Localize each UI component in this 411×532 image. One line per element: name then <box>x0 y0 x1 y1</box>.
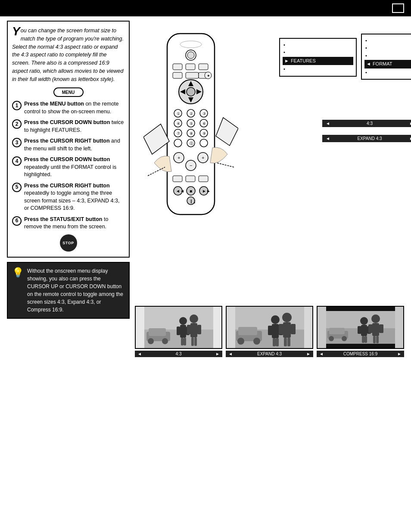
top-bar <box>0 0 411 16</box>
svg-point-106 <box>342 336 347 341</box>
caption-left-arrow-3: ◄ <box>319 352 324 356</box>
left-arrow-icon: ◄ <box>366 61 371 67</box>
menu-button-illustration: MENU <box>12 87 125 97</box>
bullet-icon: • <box>365 53 367 59</box>
svg-text:⓪: ⓪ <box>190 141 193 146</box>
menu-row-1: • <box>283 41 352 49</box>
svg-rect-108 <box>361 325 367 336</box>
svg-text:④: ④ <box>177 121 180 126</box>
step-4-number: 4 <box>12 156 22 166</box>
svg-rect-77 <box>194 337 197 346</box>
bullet-icon: • <box>365 69 367 76</box>
svg-point-105 <box>329 336 334 341</box>
svg-rect-93 <box>279 324 283 334</box>
svg-rect-73 <box>190 323 197 337</box>
svg-rect-99 <box>326 344 395 349</box>
svg-rect-76 <box>191 337 194 346</box>
svg-rect-47 <box>186 176 195 182</box>
menu-row-2: • <box>283 49 352 56</box>
svg-rect-63 <box>149 328 166 336</box>
svg-rect-5 <box>186 64 195 70</box>
svg-rect-68 <box>177 327 180 335</box>
tip-box-inner: 💡 Without the onscreen menu display show… <box>12 267 125 314</box>
intro-paragraph: You can change the screen format size to… <box>12 27 125 83</box>
svg-rect-48 <box>199 176 208 182</box>
svg-text:✦: ✦ <box>207 74 210 78</box>
bottom-images: ◄ 4:3 ► <box>135 306 404 357</box>
right-column: ✦ ① ② ③ ④ <box>135 21 404 528</box>
lightbulb-icon: 💡 <box>12 265 24 280</box>
svg-rect-115 <box>368 324 373 333</box>
tip-text: Without the onscreen menu display showin… <box>27 267 125 314</box>
step-2: 2 Press the CURSOR DOWN button twice to … <box>12 119 125 134</box>
step-1-number: 1 <box>12 101 22 110</box>
caption-right-arrow-3: ► <box>397 352 402 356</box>
image-compress-caption: ◄ COMPRESS 16:9 ► <box>317 351 404 357</box>
svg-text:⑤: ⑤ <box>190 121 193 126</box>
tip-box: 💡 Without the onscreen menu display show… <box>7 262 130 319</box>
svg-text:■: ■ <box>190 189 192 193</box>
format-row-highlighted: ◄ FORMAT ► <box>364 60 411 68</box>
caption-label-3: COMPRESS 16:9 <box>343 352 377 356</box>
caption-right-arrow-1: ► <box>215 352 220 356</box>
right-arrow-43: ► <box>409 121 411 126</box>
step-4-text: Press the CURSOR DOWN button repeatedly … <box>24 156 125 179</box>
caption-left-arrow-2: ◄ <box>228 352 233 356</box>
format-43-label: 4:3 <box>367 121 373 126</box>
svg-rect-92 <box>283 322 291 338</box>
step-4: 4 Press the CURSOR DOWN button repeatedl… <box>12 156 125 179</box>
svg-text:❙❙: ❙❙ <box>190 199 196 204</box>
svg-text:⑥: ⑥ <box>202 121 206 126</box>
svg-rect-90 <box>276 338 279 346</box>
features-row-1: • <box>365 37 411 44</box>
step-6-number: 6 <box>12 216 22 226</box>
svg-rect-95 <box>284 338 287 346</box>
svg-rect-6 <box>199 64 208 70</box>
svg-point-85 <box>271 315 280 324</box>
svg-point-64 <box>148 338 154 344</box>
main-menu-panel: • • ► FEATURES • <box>279 38 357 77</box>
image-43-caption: ◄ 4:3 ► <box>135 351 222 357</box>
svg-text:②: ② <box>190 112 193 116</box>
main-menu-box: • • ► FEATURES • <box>279 38 357 77</box>
bullet-icon: • <box>283 49 285 56</box>
svg-point-65 <box>162 338 168 344</box>
caption-left-arrow-1: ◄ <box>137 352 142 356</box>
svg-rect-111 <box>362 336 364 343</box>
step-6: 6 Press the STATUS/EXIT button to remove… <box>12 216 125 231</box>
svg-text:►►: ►► <box>202 189 211 193</box>
svg-rect-116 <box>379 324 383 333</box>
menu-button-label: MENU <box>62 90 75 95</box>
bullet-icon: • <box>365 37 367 44</box>
step-3: 3 Press the CURSOR RIGHT button and the … <box>12 137 125 152</box>
caption-label-2: EXPAND 4:3 <box>257 352 282 356</box>
step-5: 5 Press the CURSOR RIGHT button repeated… <box>12 182 125 212</box>
image-frame-43: ◄ 4:3 ► <box>135 306 222 357</box>
image-expand <box>226 306 313 349</box>
svg-rect-109 <box>358 326 361 334</box>
svg-point-107 <box>360 317 368 325</box>
remote-area: ✦ ① ② ③ ④ <box>135 21 404 301</box>
step-5-bold: Press the CURSOR RIGHT button <box>24 183 110 189</box>
instructions-box: You can change the screen format size to… <box>7 21 130 258</box>
svg-rect-71 <box>184 338 186 345</box>
svg-text:+: + <box>177 155 180 160</box>
step-3-bold: Press the CURSOR RIGHT button <box>24 138 110 144</box>
arrow-right-icon: ► <box>284 58 289 64</box>
page-number-box <box>392 3 404 13</box>
step-2-bold: Press the CURSOR DOWN button <box>24 119 110 125</box>
step-3-text: Press the CURSOR RIGHT button and the me… <box>24 137 125 152</box>
svg-point-113 <box>371 314 380 323</box>
main-content: You can change the screen format size to… <box>0 16 411 532</box>
features-label: FEATURES <box>291 58 316 64</box>
svg-rect-60 <box>144 306 213 330</box>
format-expand-label: EXPAND 4:3 <box>357 136 382 141</box>
caption-right-arrow-2: ► <box>306 352 311 356</box>
format-bar-1: ◄ 4:3 ► <box>322 120 411 129</box>
image-expand-caption: ◄ EXPAND 4:3 ► <box>226 351 313 357</box>
caption-label-1: 4:3 <box>176 352 182 356</box>
format-bar-2: ◄ EXPAND 4:3 ► <box>322 135 411 144</box>
svg-text:◄◄: ◄◄ <box>176 189 184 193</box>
svg-rect-86 <box>272 324 279 338</box>
svg-text:+: + <box>202 155 204 160</box>
